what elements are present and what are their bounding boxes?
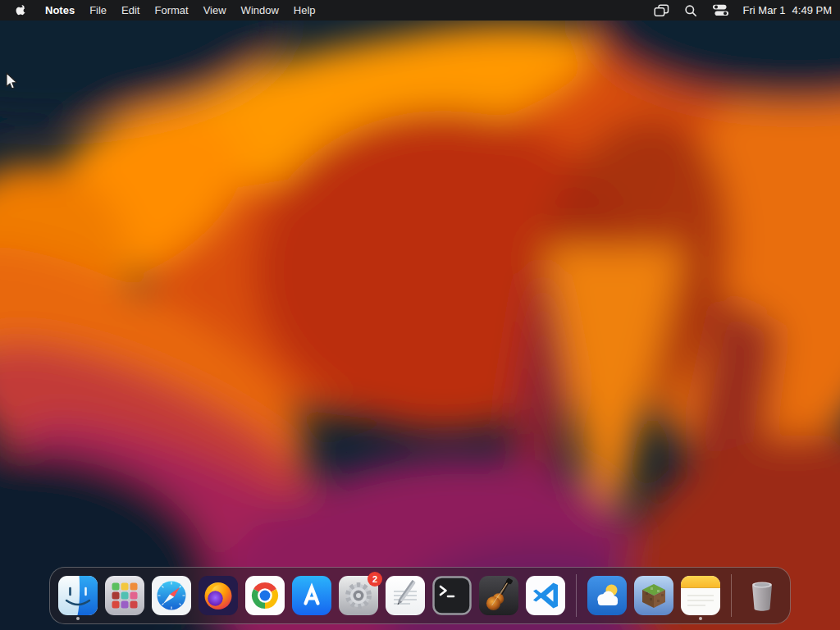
garageband-icon [479, 576, 518, 615]
dock-item-firefox[interactable] [199, 576, 238, 615]
apple-menu[interactable] [0, 0, 36, 21]
active-app-menu[interactable]: Notes [38, 4, 82, 16]
window-manager-icon[interactable] [646, 0, 677, 21]
apple-icon [16, 3, 28, 17]
chrome-icon [245, 576, 285, 615]
spotlight-search-icon[interactable] [677, 0, 705, 21]
trash-icon [742, 576, 782, 615]
dock-item-finder[interactable] [58, 576, 98, 615]
notes-icon [681, 576, 720, 615]
menu-file[interactable]: File [82, 4, 114, 16]
dock-item-textedit[interactable] [386, 576, 425, 615]
wallpaper [0, 0, 840, 630]
menu-window[interactable]: Window [234, 4, 286, 16]
menu-bar: Notes File Edit Format View Window Help [0, 0, 840, 21]
menu-bar-clock[interactable]: Fri Mar 1 4:49 PM [743, 4, 832, 16]
dock-item-system-settings[interactable]: 2 [339, 576, 378, 615]
dock-item-minecraft[interactable] [634, 576, 673, 615]
launchpad-icon [105, 576, 144, 615]
terminal-icon [432, 576, 472, 615]
dock-item-chrome[interactable] [245, 576, 285, 615]
dock-item-trash[interactable] [742, 576, 782, 615]
menu-view[interactable]: View [196, 4, 234, 16]
dock-item-app-store[interactable] [292, 576, 331, 615]
mouse-cursor [5, 72, 18, 92]
notification-badge: 2 [368, 572, 382, 587]
desktop: Notes File Edit Format View Window Help [0, 0, 840, 630]
dock-item-weather[interactable] [587, 576, 627, 615]
dock-item-vscode[interactable] [526, 576, 565, 615]
dock-separator [731, 574, 732, 617]
clock-time: 4:49 PM [792, 4, 832, 16]
running-indicator [699, 617, 702, 620]
minecraft-icon [634, 576, 673, 615]
menu-help[interactable]: Help [286, 4, 323, 16]
textedit-icon [386, 576, 425, 615]
menu-format[interactable]: Format [147, 4, 195, 16]
app-store-icon [292, 576, 331, 615]
vscode-icon [526, 576, 565, 615]
dock-separator [576, 574, 577, 617]
finder-icon [58, 576, 98, 615]
menu-edit[interactable]: Edit [114, 4, 147, 16]
dock-item-launchpad[interactable] [105, 576, 144, 615]
dock-item-notes[interactable] [681, 576, 720, 615]
running-indicator [76, 617, 80, 620]
firefox-icon [199, 576, 238, 615]
safari-icon [152, 576, 191, 615]
weather-icon [587, 576, 627, 615]
control-center-icon[interactable] [705, 0, 737, 21]
dock: 2 [49, 567, 791, 624]
dock-item-safari[interactable] [152, 576, 191, 615]
clock-date: Fri Mar 1 [743, 4, 786, 16]
dock-item-garageband[interactable] [479, 576, 518, 615]
dock-item-terminal[interactable] [432, 576, 472, 615]
